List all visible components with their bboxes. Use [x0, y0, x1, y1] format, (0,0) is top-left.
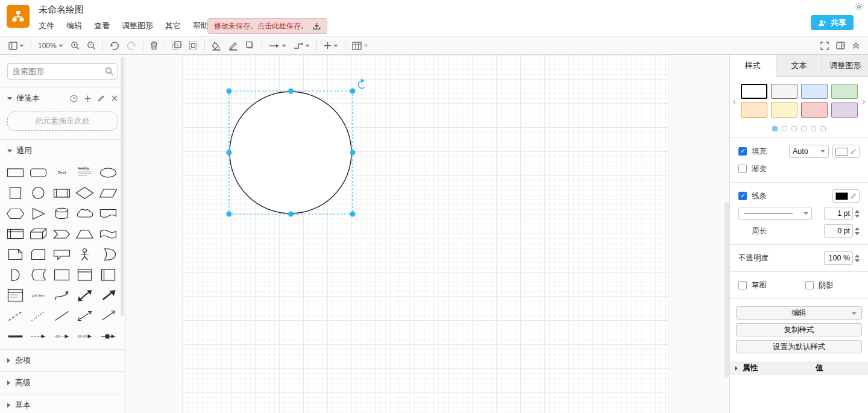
shape-trapezoid[interactable] [75, 227, 95, 241]
shape-step[interactable] [51, 227, 72, 241]
view-panels-button[interactable] [5, 39, 28, 53]
table-dropdown[interactable] [348, 39, 372, 53]
zoom-level-dropdown[interactable]: 100% [34, 39, 67, 53]
insert-dropdown[interactable] [320, 39, 342, 53]
shape-data-storage[interactable] [28, 268, 49, 282]
resize-handle-e[interactable] [350, 150, 356, 156]
line-width-value[interactable]: 1 pt [824, 207, 853, 220]
shape-arrow-label2[interactable] [75, 329, 95, 343]
style-swatch-7[interactable] [831, 102, 858, 118]
shape-list[interactable] [5, 288, 25, 302]
shape-arrow[interactable] [98, 288, 118, 302]
fill-checkbox[interactable] [738, 147, 747, 156]
properties-header[interactable]: 属性 值 [730, 362, 868, 374]
shape-rectangle[interactable] [5, 165, 25, 179]
shape-arrow-dashed[interactable] [28, 329, 49, 343]
style-swatch-3[interactable] [831, 84, 858, 99]
section-collapsed-2[interactable]: 基本 [0, 394, 125, 413]
help-icon[interactable]: ? [70, 95, 78, 102]
set-default-style-button[interactable]: 设置为默认样式 [736, 340, 862, 353]
decrement-icon[interactable] [855, 232, 860, 235]
swatch-page-dot-4[interactable] [811, 126, 816, 131]
copy-style-button[interactable]: 复制样式 [736, 323, 862, 336]
resize-handle-sw[interactable] [227, 212, 232, 217]
opacity-stepper[interactable]: 100 % [824, 251, 860, 265]
line-width-stepper[interactable]: 1 pt [824, 207, 860, 220]
swatch-next-icon[interactable]: › [863, 96, 866, 106]
swatch-page-dot-1[interactable] [782, 126, 787, 131]
shape-card[interactable] [28, 247, 49, 261]
drawing-canvas[interactable] [125, 55, 729, 413]
resize-handle-w[interactable] [227, 150, 232, 156]
swatch-page-dot-0[interactable] [772, 126, 778, 131]
shape-cloud[interactable] [75, 206, 95, 220]
shape-internal-storage[interactable] [5, 227, 25, 241]
shape-square[interactable] [5, 186, 25, 200]
shape-bidirectional-arrow[interactable] [75, 288, 95, 302]
increment-icon[interactable] [855, 254, 860, 257]
style-swatch-2[interactable] [801, 84, 828, 99]
shape-ellipse[interactable] [98, 165, 118, 179]
resize-handle-se[interactable] [350, 212, 356, 217]
edit-style-button[interactable]: 编辑 [736, 306, 862, 320]
menu-item-5[interactable]: 帮助 [193, 20, 209, 31]
share-button[interactable]: 共享 [811, 15, 854, 30]
to-back-button[interactable] [185, 39, 201, 53]
style-swatch-4[interactable] [741, 102, 767, 118]
section-general-header[interactable]: 通用 [0, 139, 125, 162]
line-style-select[interactable] [738, 207, 812, 220]
style-swatch-6[interactable] [801, 102, 828, 118]
document-title[interactable]: 未命名绘图 [39, 4, 84, 16]
shape-container[interactable] [51, 268, 72, 282]
fill-mode-select[interactable]: Auto [789, 145, 829, 158]
shape-callout[interactable] [51, 247, 72, 261]
menu-item-3[interactable]: 调整图形 [122, 20, 153, 31]
tab-text[interactable]: 文本 [776, 55, 822, 76]
shadow-button[interactable] [242, 39, 259, 53]
canvas-vertical-scrollbar[interactable] [725, 202, 729, 377]
shape-line[interactable] [51, 309, 72, 323]
menu-item-4[interactable]: 其它 [165, 20, 181, 31]
sketch-checkbox[interactable] [738, 281, 747, 289]
perimeter-stepper[interactable]: 0 pt [824, 224, 860, 238]
opacity-value[interactable]: 100 % [824, 251, 853, 265]
increment-icon[interactable] [855, 210, 860, 213]
shape-circle[interactable] [28, 186, 49, 200]
section-collapsed-1[interactable]: 高级 [0, 371, 125, 394]
style-swatch-1[interactable] [771, 84, 797, 99]
tab-arrange[interactable]: 调整图形 [822, 55, 868, 76]
edit-pencil-icon[interactable] [98, 95, 105, 102]
resize-handle-s[interactable] [288, 212, 294, 217]
swatch-page-dot-3[interactable] [801, 126, 807, 131]
sidebar-scrollbar[interactable] [121, 57, 124, 316]
download-save-icon[interactable] [313, 22, 321, 30]
undo-button[interactable] [106, 39, 123, 53]
shape-parallelogram[interactable] [98, 186, 118, 200]
theme-sun-icon[interactable] [855, 2, 863, 11]
menu-item-2[interactable]: 查看 [94, 20, 110, 31]
shape-link[interactable] [5, 329, 25, 343]
redo-button[interactable] [123, 39, 140, 53]
line-color-picker[interactable] [832, 189, 860, 203]
line-color-button[interactable] [225, 39, 242, 53]
shape-bidirectional-connector[interactable] [75, 309, 95, 323]
to-front-button[interactable] [168, 39, 185, 53]
shape-and[interactable] [5, 268, 25, 282]
section-collapsed-0[interactable]: 杂项 [0, 349, 125, 371]
menu-item-1[interactable]: 编辑 [66, 20, 82, 31]
tab-style[interactable]: 样式 [730, 55, 776, 77]
shape-arrow-box[interactable] [98, 329, 118, 343]
shape-list-item[interactable]: List Item [28, 288, 49, 302]
swatch-page-dot-5[interactable] [820, 126, 826, 131]
unsaved-changes-banner[interactable]: 修改未保存。点击此处保存。 [207, 18, 327, 34]
close-icon[interactable] [112, 95, 118, 101]
fullscreen-button[interactable] [817, 39, 832, 53]
perimeter-value[interactable]: 0 pt [824, 224, 853, 238]
zoom-in-button[interactable] [67, 39, 83, 53]
add-icon[interactable] [84, 95, 91, 102]
shape-cube[interactable] [28, 227, 49, 241]
shadow-checkbox[interactable] [805, 281, 814, 289]
decrement-icon[interactable] [855, 215, 860, 218]
resize-handle-ne[interactable] [350, 89, 356, 94]
line-checkbox[interactable] [738, 192, 747, 200]
